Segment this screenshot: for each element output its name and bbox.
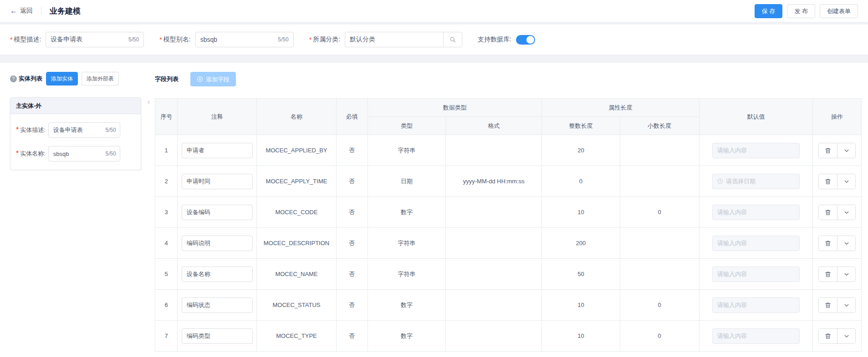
row-int-length: 20 (542, 135, 620, 166)
create-form-button[interactable]: 创建表单 (820, 4, 858, 18)
category-input[interactable]: 默认分类 (345, 32, 443, 47)
comment-input[interactable] (182, 205, 253, 220)
row-more-button[interactable] (837, 236, 855, 251)
comment-input[interactable] (182, 174, 253, 189)
comment-input[interactable] (182, 236, 253, 251)
add-entity-button[interactable]: 添加实体 (46, 72, 78, 85)
add-external-table-button[interactable]: 添加外部表 (82, 72, 119, 85)
default-value-input[interactable]: 请输入内容 (712, 266, 800, 282)
field-row: 7 MOCEC_TYPE 否 数字 10 0 请输入内容 (155, 321, 862, 352)
row-action-group (818, 143, 856, 158)
col-header-dec-length: 小数长度 (620, 117, 699, 135)
row-more-button[interactable] (837, 143, 855, 158)
row-more-button[interactable] (837, 298, 855, 312)
row-format (446, 290, 542, 321)
row-format: yyyy-MM-dd HH:mm:ss (446, 166, 542, 197)
chevron-down-icon (844, 179, 849, 184)
col-header-comment: 注释 (178, 99, 257, 135)
collapse-panel-handle[interactable]: ‹ (148, 98, 150, 106)
row-more-button[interactable] (837, 174, 855, 189)
trash-icon (825, 333, 831, 339)
comment-input[interactable] (182, 297, 253, 313)
default-value-input[interactable]: 请输入内容 (712, 328, 800, 344)
col-header-length-group: 属性长度 (542, 99, 699, 117)
comment-input[interactable] (182, 266, 253, 282)
row-data-type: 字符串 (368, 135, 445, 166)
row-format (446, 228, 542, 259)
row-comment-cell (178, 197, 257, 228)
delete-row-button[interactable] (819, 143, 837, 158)
entity-name-input[interactable]: sbsqb 5/50 (48, 146, 120, 161)
entity-desc-input[interactable]: 设备申请表 5/50 (48, 122, 120, 138)
row-field-name: MOCEC_NAME (257, 259, 336, 290)
trash-icon (825, 302, 831, 308)
delete-row-button[interactable] (819, 236, 837, 251)
category-value: 默认分类 (350, 35, 375, 44)
row-default-cell: 请输入内容 (699, 135, 813, 166)
comment-input[interactable] (182, 143, 253, 158)
col-header-name: 名称 (257, 99, 336, 135)
row-more-button[interactable] (837, 329, 855, 343)
row-more-button[interactable] (837, 205, 855, 220)
add-field-label: 添加字段 (206, 76, 230, 82)
row-data-type: 数字 (368, 321, 445, 352)
delete-row-button[interactable] (819, 329, 837, 343)
col-header-default: 默认值 (699, 99, 813, 135)
back-button[interactable]: ← 返回 (10, 7, 33, 15)
model-alias-value: sbsqb (200, 36, 217, 43)
add-field-button[interactable]: 添加字段 (190, 72, 236, 86)
entity-card[interactable]: 主实体-外 * 实体描述: 设备申请表 5/50 * 实体名称: (10, 97, 141, 170)
default-value-placeholder: 请输入内容 (717, 239, 747, 247)
row-field-name: MOCEC_DESCRIPTION (257, 228, 336, 259)
delete-row-button[interactable] (819, 298, 837, 312)
row-default-cell: 请输入内容 (699, 259, 813, 290)
default-value-input[interactable]: 请输入内容 (712, 236, 800, 251)
category-input-group: 默认分类 (345, 32, 462, 47)
back-label: 返回 (20, 7, 33, 15)
field-row: 5 MOCEC_NAME 否 字符串 50 请输入内容 (155, 259, 862, 290)
category-item: * 所属分类: 默认分类 (309, 32, 462, 47)
row-dec-length: 0 (620, 290, 699, 321)
model-alias-input[interactable]: sbsqb 5/50 (195, 32, 294, 47)
delete-row-button[interactable] (819, 267, 837, 282)
trash-icon (825, 271, 831, 277)
required-asterisk: * (16, 126, 19, 134)
publish-button[interactable]: 发 布 (787, 4, 815, 18)
col-header-required: 必填 (336, 99, 368, 135)
row-more-button[interactable] (837, 267, 855, 282)
default-value-input[interactable]: 请输入内容 (712, 143, 800, 158)
save-button[interactable]: 保 存 (755, 4, 783, 18)
row-format (446, 259, 542, 290)
row-actions-cell (813, 166, 862, 197)
row-comment-cell (178, 228, 257, 259)
row-data-type: 字符串 (368, 259, 445, 290)
row-dec-length (620, 166, 699, 197)
delete-row-button[interactable] (819, 174, 837, 189)
default-value-input[interactable]: 请输入内容 (712, 297, 800, 313)
row-format (446, 321, 542, 352)
comment-input[interactable] (182, 328, 253, 344)
category-search-button[interactable] (443, 32, 462, 47)
topbar-divider (41, 7, 41, 15)
delete-row-button[interactable] (819, 205, 837, 220)
default-value-input[interactable]: 请输入内容 (712, 205, 800, 220)
row-actions-cell (813, 228, 862, 259)
col-header-int-length: 整数长度 (542, 117, 620, 135)
trash-icon (825, 240, 831, 246)
toggle-knob (526, 36, 534, 44)
row-dec-length: 0 (620, 197, 699, 228)
chevron-down-icon (844, 272, 849, 277)
entity-name-counter: 5/50 (106, 151, 116, 157)
row-action-group (818, 236, 856, 251)
row-actions-cell (813, 290, 862, 321)
default-date-input[interactable]: 请选择日期 (712, 174, 800, 189)
row-required: 否 (336, 290, 368, 321)
model-description-input[interactable]: 设备申请表 5/50 (46, 32, 144, 47)
row-default-cell: 请选择日期 (699, 166, 813, 197)
row-int-length: 200 (542, 228, 620, 259)
support-db-item: 支持数据库: (478, 35, 535, 45)
row-seq: 3 (155, 197, 178, 228)
support-db-toggle[interactable] (516, 35, 535, 45)
row-data-type: 数字 (368, 290, 445, 321)
trash-icon (825, 209, 831, 216)
